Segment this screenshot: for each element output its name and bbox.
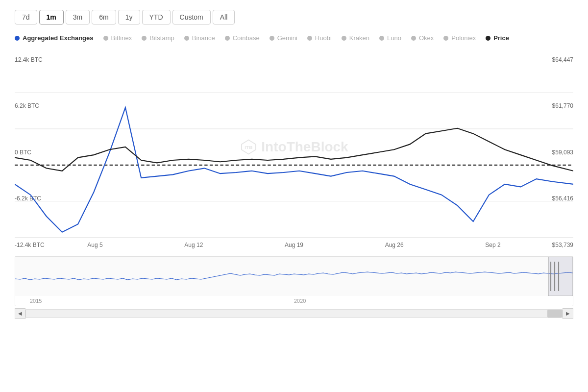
svg-rect-7 <box>15 257 573 296</box>
y-right-label-3: $56,416 <box>541 195 573 202</box>
legend-okex[interactable]: Okex <box>411 34 434 42</box>
legend-label-okex: Okex <box>419 34 434 42</box>
legend-dot-gemini <box>270 36 274 41</box>
legend-dot-huobi <box>307 36 312 41</box>
x-label-aug19: Aug 19 <box>285 242 303 248</box>
legend-poloniex[interactable]: Poloniex <box>443 34 476 42</box>
time-btn-custom[interactable]: Custom <box>172 10 211 24</box>
chart-legend: Aggregated Exchanges Bitfinex Bitstamp B… <box>15 34 573 42</box>
mini-label-2015: 2015 <box>30 298 42 304</box>
legend-dot-coinbase <box>225 36 230 41</box>
x-label-sep2: Sep 2 <box>485 242 500 248</box>
main-chart-wrapper: 12.4k BTC 6.2k BTC 0 BTC -6.2k BTC -12.4… <box>15 56 573 248</box>
time-btn-1y[interactable]: 1y <box>118 10 140 24</box>
legend-label-binance: Binance <box>192 34 215 42</box>
time-range-selector: 7d 1m 3m 6m 1y YTD Custom All <box>15 10 573 24</box>
legend-label-kraken: Kraken <box>349 34 369 42</box>
legend-price[interactable]: Price <box>486 34 509 42</box>
time-btn-6m[interactable]: 6m <box>92 10 116 24</box>
legend-label-bitfinex: Bitfinex <box>111 34 132 42</box>
scroll-left-button[interactable]: ◀ <box>15 308 25 319</box>
y-axis-right: $64,447 $61,770 $59,093 $56,416 $53,739 <box>541 56 573 248</box>
legend-binance[interactable]: Binance <box>184 34 215 42</box>
legend-label-luno: Luno <box>387 34 401 42</box>
legend-label-price: Price <box>493 34 509 42</box>
legend-dot-okex <box>411 36 416 41</box>
time-btn-7d[interactable]: 7d <box>15 10 37 24</box>
legend-dot-bitstamp <box>142 36 147 41</box>
legend-label-poloniex: Poloniex <box>451 34 476 42</box>
legend-dot-price <box>486 36 490 41</box>
legend-kraken[interactable]: Kraken <box>342 34 369 42</box>
main-chart-svg <box>15 56 573 238</box>
x-label-aug26: Aug 26 <box>385 242 404 248</box>
svg-rect-8 <box>548 257 573 296</box>
legend-dot-aggregated <box>15 36 20 41</box>
mini-label-2020: 2020 <box>294 298 306 304</box>
legend-label-aggregated: Aggregated Exchanges <box>23 34 94 42</box>
legend-label-bitstamp: Bitstamp <box>149 34 174 42</box>
legend-dot-bitfinex <box>103 36 108 41</box>
legend-luno[interactable]: Luno <box>379 34 401 42</box>
legend-label-huobi: Huobi <box>315 34 332 42</box>
time-btn-3m[interactable]: 3m <box>66 10 90 24</box>
time-btn-1m[interactable]: 1m <box>39 10 64 24</box>
x-label-aug5: Aug 5 <box>87 242 102 248</box>
legend-dot-kraken <box>342 36 346 41</box>
x-label-aug12: Aug 12 <box>184 242 203 248</box>
legend-huobi[interactable]: Huobi <box>307 34 332 42</box>
mini-chart-year-labels: 2015 2020 <box>15 296 573 306</box>
aggregated-line <box>15 107 573 232</box>
scroll-bar[interactable] <box>25 309 563 318</box>
time-btn-all[interactable]: All <box>213 10 235 24</box>
scroll-controls: ◀ ▶ <box>15 308 573 319</box>
scroll-thumb[interactable] <box>547 310 562 318</box>
mini-chart-svg <box>15 257 573 296</box>
time-btn-ytd[interactable]: YTD <box>142 10 171 24</box>
y-left-label-4: -12.4k BTC <box>15 242 47 248</box>
legend-dot-poloniex <box>443 36 448 41</box>
y-right-label-2: $59,093 <box>541 149 573 156</box>
legend-dot-luno <box>379 36 384 41</box>
y-right-label-4: $53,739 <box>541 242 573 248</box>
legend-label-gemini: Gemini <box>277 34 297 42</box>
legend-gemini[interactable]: Gemini <box>270 34 297 42</box>
scroll-right-button[interactable]: ▶ <box>563 308 573 319</box>
legend-bitstamp[interactable]: Bitstamp <box>142 34 174 42</box>
legend-bitfinex[interactable]: Bitfinex <box>103 34 132 42</box>
chart-plot-area: ITB IntoTheBlock <box>15 56 573 238</box>
y-right-label-1: $61,770 <box>541 102 573 109</box>
legend-coinbase[interactable]: Coinbase <box>225 34 260 42</box>
x-axis: Aug 5 Aug 12 Aug 19 Aug 26 Sep 2 <box>15 238 573 248</box>
mini-chart-container[interactable]: 2015 2020 <box>15 256 573 306</box>
legend-dot-binance <box>184 36 189 41</box>
y-right-label-0: $64,447 <box>541 56 573 63</box>
legend-aggregated[interactable]: Aggregated Exchanges <box>15 34 94 42</box>
legend-label-coinbase: Coinbase <box>233 34 260 42</box>
